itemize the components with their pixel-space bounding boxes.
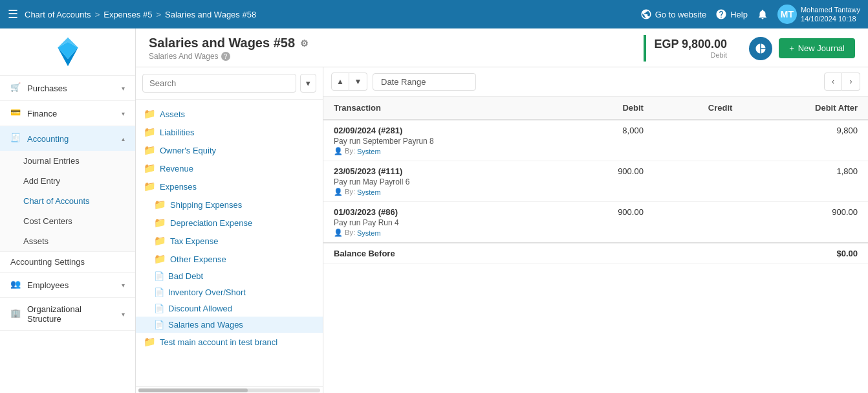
folder-icon: 📁 bbox=[144, 336, 156, 348]
file-icon: 📄 bbox=[154, 271, 164, 281]
sidebar: 🛒 Purchases ▾ 💳 Finance ▾ 🧾 Accounting ▴… bbox=[0, 28, 136, 393]
sort-down-button[interactable]: ▼ bbox=[349, 73, 367, 91]
tx-desc-2: Pay run May Payroll 6 bbox=[334, 177, 552, 186]
sidebar-subitem-chart-of-accounts[interactable]: Chart of Accounts bbox=[0, 191, 135, 211]
sidebar-org-section: 🏢 Organizational Structure ▾ bbox=[0, 298, 135, 331]
tree-item-tax-expense[interactable]: 📁 Tax Expense bbox=[136, 232, 323, 250]
file-icon: 📄 bbox=[154, 304, 164, 313]
tx-debit-1: 8,000 bbox=[562, 120, 654, 161]
chart-toggle-button[interactable] bbox=[749, 37, 772, 60]
tx-by-3: 👤 By: System bbox=[334, 229, 552, 237]
tree-item-liabilities-label: Liabilities bbox=[160, 128, 194, 137]
tree-item-assets[interactable]: 📁 Assets bbox=[136, 105, 323, 123]
sidebar-subitem-add-entry[interactable]: Add Entry bbox=[0, 171, 135, 191]
tx-credit-3 bbox=[654, 202, 743, 243]
tree-item-salaries[interactable]: 📄 Salaries and Wages bbox=[136, 317, 323, 333]
tree-item-liabilities[interactable]: 📁 Liabilities bbox=[136, 123, 323, 141]
next-button[interactable]: › bbox=[842, 73, 860, 91]
tree-item-owners-equity[interactable]: 📁 Owner's Equity bbox=[136, 141, 323, 159]
right-panel: ▲ ▼ Date Range ‹ › Transaction bbox=[323, 67, 868, 393]
sidebar-purchases-section: 🛒 Purchases ▾ bbox=[0, 76, 135, 101]
sidebar-item-employees[interactable]: 👥 Employees ▾ bbox=[0, 273, 135, 297]
tree-item-owners-equity-label: Owner's Equity bbox=[160, 146, 216, 155]
nav-toggle-icon[interactable]: ☰ bbox=[8, 7, 18, 21]
breadcrumb-sep-2: > bbox=[156, 10, 161, 19]
sidebar-subitem-assets[interactable]: Assets bbox=[0, 231, 135, 251]
sidebar-employees-section: 👥 Employees ▾ bbox=[0, 273, 135, 298]
col-debit-after: Debit After bbox=[743, 96, 868, 120]
table-row: 23/05/2023 (#111) Pay run May Payroll 6 … bbox=[323, 161, 868, 202]
tree-item-bad-debt[interactable]: 📄 Bad Debt bbox=[136, 268, 323, 284]
sidebar-subitem-cost-centers[interactable]: Cost Centers bbox=[0, 211, 135, 231]
folder-icon: 📁 bbox=[154, 235, 166, 247]
sidebar-item-org-structure[interactable]: 🏢 Organizational Structure ▾ bbox=[0, 298, 135, 330]
tx-debit-after-3: 900.00 bbox=[743, 202, 868, 243]
sidebar-item-accounting[interactable]: 🧾 Accounting ▴ bbox=[0, 126, 135, 151]
breadcrumb-expenses[interactable]: Expenses #5 bbox=[103, 10, 152, 19]
tree-item-tax-expense-label: Tax Expense bbox=[170, 236, 218, 246]
folder-icon: 📁 bbox=[144, 144, 156, 156]
tx-credit-1 bbox=[654, 120, 743, 161]
employees-icon: 👥 bbox=[10, 279, 22, 291]
help-circle-icon[interactable]: ? bbox=[221, 52, 230, 61]
tree-item-test-main-label: Test main account in test brancl bbox=[160, 337, 277, 347]
sidebar-accounting-settings-section: Accounting Settings bbox=[0, 252, 135, 273]
tree-item-inventory[interactable]: 📄 Inventory Over/Short bbox=[136, 284, 323, 300]
tree-item-expenses[interactable]: 📁 Expenses bbox=[136, 177, 323, 196]
user-date: 14/10/2024 10:18 bbox=[801, 14, 860, 23]
date-range-button[interactable]: Date Range bbox=[373, 73, 476, 91]
file-icon: 📄 bbox=[154, 320, 164, 330]
prev-button[interactable]: ‹ bbox=[824, 73, 842, 91]
employees-arrow-icon: ▾ bbox=[122, 282, 125, 289]
gear-icon[interactable]: ⚙ bbox=[300, 38, 309, 49]
tx-desc-1: Pay run September Payrun 8 bbox=[334, 137, 552, 146]
tx-system-1: System bbox=[357, 148, 381, 155]
search-input[interactable] bbox=[142, 74, 296, 93]
folder-icon: 📁 bbox=[154, 253, 166, 265]
breadcrumb-chart-of-accounts[interactable]: Chart of Accounts bbox=[25, 10, 91, 19]
horizontal-scrollbar[interactable] bbox=[136, 387, 323, 393]
balance-amount: EGP 9,800.00 bbox=[654, 38, 727, 51]
tx-debit-after-2: 1,800 bbox=[743, 161, 868, 202]
folder-icon: 📁 bbox=[144, 163, 156, 174]
table-row: 01/03/2023 (#86) Pay run Pay Run 4 👤 By:… bbox=[323, 202, 868, 243]
tree-item-test-main[interactable]: 📁 Test main account in test brancl bbox=[136, 333, 323, 351]
transactions-table: Transaction Debit Credit Debit After 02/… bbox=[323, 96, 868, 264]
tree-item-depreciation-label: Depreciation Expense bbox=[170, 218, 252, 228]
tx-debit-2: 900.00 bbox=[562, 161, 654, 202]
sort-up-button[interactable]: ▲ bbox=[331, 73, 349, 91]
table-row: 02/09/2024 (#281) Pay run September Payr… bbox=[323, 120, 868, 161]
user-info: Mohamed Tantawy 14/10/2024 10:18 bbox=[801, 5, 860, 24]
breadcrumb-sep-1: > bbox=[95, 10, 100, 19]
accounting-arrow-icon: ▴ bbox=[122, 135, 125, 142]
new-journal-label: New Journal bbox=[798, 43, 845, 53]
tree-item-depreciation[interactable]: 📁 Depreciation Expense bbox=[136, 214, 323, 232]
tx-debit-3: 900.00 bbox=[562, 202, 654, 243]
logo bbox=[0, 28, 135, 76]
notifications-icon[interactable] bbox=[757, 8, 768, 20]
tree-item-inventory-label: Inventory Over/Short bbox=[168, 287, 246, 297]
tx-debit-after-1: 9,800 bbox=[743, 120, 868, 161]
org-arrow-icon: ▾ bbox=[122, 311, 125, 318]
user-area[interactable]: MT Mohamed Tantawy 14/10/2024 10:18 bbox=[777, 5, 860, 24]
tree-item-discount[interactable]: 📄 Discount Allowed bbox=[136, 300, 323, 317]
content-area: ▾ 📁 Assets 📁 Liabilities 📁 Owner's Equit… bbox=[136, 67, 868, 393]
tree-item-revenue[interactable]: 📁 Revenue bbox=[136, 159, 323, 177]
sidebar-subitem-journal-entries[interactable]: Journal Entries bbox=[0, 151, 135, 171]
sidebar-item-finance[interactable]: 💳 Finance ▾ bbox=[0, 101, 135, 126]
sidebar-item-accounting-settings[interactable]: Accounting Settings bbox=[0, 252, 135, 272]
search-bar: ▾ bbox=[136, 67, 323, 100]
sidebar-item-org-label: Organizational Structure bbox=[27, 304, 116, 324]
search-dropdown-button[interactable]: ▾ bbox=[300, 74, 316, 93]
help-button[interactable]: Help bbox=[715, 8, 748, 20]
col-credit: Credit bbox=[654, 96, 743, 120]
go-to-website-button[interactable]: Go to website bbox=[640, 8, 707, 20]
tree-item-other-expense[interactable]: 📁 Other Expense bbox=[136, 250, 323, 268]
tree-item-salaries-label: Salaries and Wages bbox=[168, 320, 243, 330]
new-journal-button[interactable]: + New Journal bbox=[779, 38, 855, 58]
sidebar-item-purchases[interactable]: 🛒 Purchases ▾ bbox=[0, 76, 135, 100]
tx-credit-2 bbox=[654, 161, 743, 202]
breadcrumb-salaries[interactable]: Salaries and Wages #58 bbox=[165, 10, 256, 19]
tx-cell-1: 02/09/2024 (#281) Pay run September Payr… bbox=[323, 120, 562, 161]
tree-item-shipping[interactable]: 📁 Shipping Expenses bbox=[136, 196, 323, 214]
